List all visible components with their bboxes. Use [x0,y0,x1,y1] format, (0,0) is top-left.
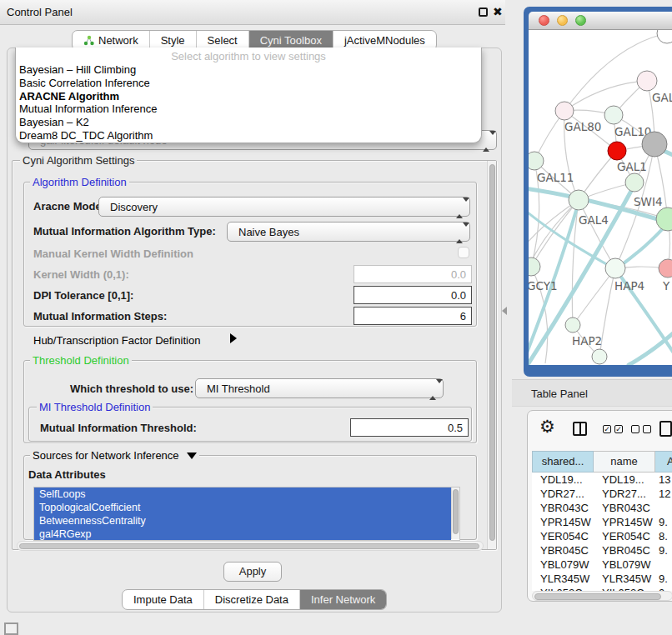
network-edge[interactable] [564,81,647,111]
settings-vertical-scrollbar[interactable] [487,161,496,549]
apply-button[interactable]: Apply [223,562,282,582]
data-attributes-list[interactable]: SelfLoopsTopologicalCoefficientBetweenne… [33,487,460,541]
expand-arrow-icon[interactable] [230,333,237,343]
table-row[interactable]: YER054CYER054C8. [532,529,672,543]
page-icon[interactable] [659,421,672,437]
table-header-row: shared...nameA [532,451,672,472]
bottom-tab-discretize-data[interactable]: Discretize Data [203,590,299,609]
column-header[interactable]: A [655,451,672,472]
network-window-titlebar[interactable] [529,12,672,30]
control-panel-titlebar: Control Panel ✖ [0,0,505,25]
manual-kernel-width-checkbox[interactable] [458,247,469,258]
table-cell: YLR345W [594,572,655,586]
network-node[interactable] [592,349,607,364]
mi-algorithm-type-select[interactable]: Naive Bayes [227,222,470,242]
network-node-swi4[interactable] [656,208,672,231]
control-panel-title: Control Panel [7,6,73,18]
bottom-tab-infer-network[interactable]: Infer Network [299,590,386,609]
mi-steps-field[interactable]: 6 [354,307,472,325]
table-row[interactable]: YBR043CYBR043C [532,501,672,515]
aracne-mode-value: Discovery [110,201,158,213]
network-edge-highlighted[interactable] [629,327,672,365]
dpi-tolerance-label: DPI Tolerance [0,1]: [33,289,133,302]
kernel-width-label: Kernel Width (0,1): [33,268,129,281]
column-header[interactable]: shared... [532,451,594,472]
column-header[interactable]: name [594,451,655,472]
table-row[interactable]: YBR045CYBR045C9. [532,543,672,558]
table-row[interactable]: YLR345WYLR345W9. [532,572,672,586]
minimize-traffic-light-icon[interactable] [557,15,568,26]
network-node-y[interactable] [659,259,672,278]
algorithm-option[interactable]: Mutual Information Inference [16,102,481,116]
table-row[interactable]: YDL19...YDL19...13 [532,472,672,487]
table-row[interactable]: YPR145WYPR145W9. [532,515,672,529]
combo-arrows-icon [483,135,490,148]
algorithm-option[interactable]: Dream8 DC_TDC Algorithm [16,129,481,142]
network-node[interactable] [642,132,667,157]
network-node[interactable] [608,142,626,160]
node-label: GAL11 [537,171,574,184]
split-columns-icon[interactable] [573,422,587,436]
attribute-item-selected[interactable]: TopologicalCoefficient [34,501,451,514]
node-label: SWI4 [634,195,663,208]
network-node-gal10[interactable] [604,106,623,124]
network-node-gal4[interactable] [569,190,589,210]
algorithm-dropdown-list: Select algorithm to view settings Bayesi… [15,48,482,143]
float-window-icon[interactable] [479,8,488,17]
close-icon[interactable]: ✖ [493,5,503,18]
which-threshold-label: Which threshold to use: [70,382,193,395]
collapse-arrow-icon[interactable] [187,452,197,459]
table-cell: YPR145W [532,515,594,529]
network-node-gcy1[interactable] [529,258,540,276]
table-cell: YDR27... [594,487,655,501]
mi-threshold-definition-title: MI Threshold Definition [37,401,153,413]
manual-kernel-width-label: Manual Kernel Width Definition [33,248,193,260]
table-row[interactable]: YDR27...YDR27...12 [532,487,672,501]
algorithm-option[interactable]: Basic Correlation Inference [16,77,481,90]
close-traffic-light-icon[interactable] [539,15,549,26]
network-node[interactable] [657,30,672,43]
corner-panel-chip[interactable] [4,622,18,635]
network-node-gal11[interactable] [529,152,544,170]
mi-threshold-label: Mutual Information Threshold: [40,422,197,434]
which-threshold-select[interactable]: MI Threshold [195,378,444,398]
select-all-checkboxes-icon[interactable]: ✓✓ [603,425,623,433]
table-horizontal-scrollbar[interactable] [532,591,672,601]
mi-threshold-field[interactable]: 0.5 [350,418,469,437]
algorithm-dropdown-items: Bayesian – Hill ClimbingBasic Correlatio… [16,63,481,142]
settings-horizontal-scrollbar[interactable] [17,541,484,551]
attribute-item-selected[interactable]: BetweennessCentrality [34,514,451,528]
table-cell: 9. [655,543,672,558]
panel-splitter-arrow-icon[interactable] [502,307,507,315]
table-row[interactable]: YBL079WYBL079W [532,558,672,572]
network-node-hap2[interactable] [565,318,580,332]
dpi-tolerance-field[interactable]: 0.0 [354,286,472,304]
gear-icon[interactable]: ⚙ [539,418,555,436]
node-label: GAL [652,91,672,104]
table-cell: YDL19... [532,472,594,487]
combo-arrows-icon [429,383,437,396]
table-cell: YBL079W [594,558,655,572]
aracne-mode-select[interactable]: Discovery [98,197,470,217]
network-node-gal1[interactable] [625,173,644,192]
table-cell: YDR27... [532,487,594,501]
network-node-hap4[interactable] [605,258,625,278]
deselect-all-checkboxes-icon[interactable] [631,425,651,433]
algorithm-option[interactable]: Bayesian – Hill Climbing [16,63,481,77]
bottom-tab-impute-data[interactable]: Impute Data [123,590,203,609]
table-cell: 9. [655,572,672,586]
node-label: GAL80 [564,120,601,133]
table-cell: 9. [655,515,672,529]
network-node-gal[interactable] [637,71,657,91]
network-canvas[interactable]: GALGAL80GAL10GAL1GAL11GAL4SWI4GCY1HAP4YH… [529,30,672,365]
kernel-width-field[interactable]: 0.0 [354,265,472,283]
aracne-mode-label: Aracne Mode: [33,200,105,212]
algorithm-option[interactable]: ARACNE Algorithm [16,90,481,103]
node-label: HAP4 [614,279,644,292]
attributes-scrollbar[interactable] [451,488,459,539]
network-node-gal80[interactable] [555,102,574,120]
algorithm-option[interactable]: Bayesian – K2 [16,116,481,129]
attribute-item-selected[interactable]: gal4RGexp [34,528,451,541]
zoom-traffic-light-icon[interactable] [575,15,586,26]
attribute-item-selected[interactable]: SelfLoops [34,488,451,501]
